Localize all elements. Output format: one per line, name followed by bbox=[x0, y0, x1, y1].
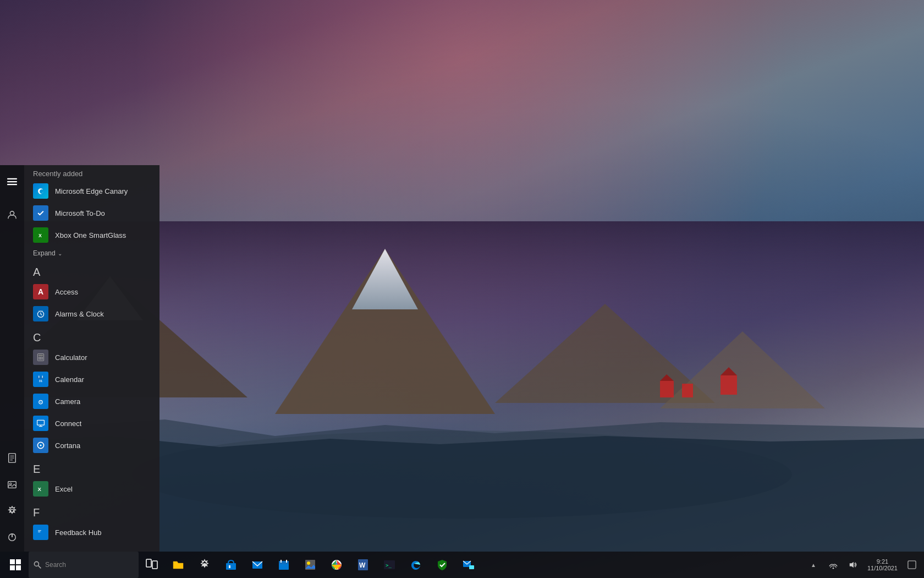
app-item-xbox[interactable]: X Xbox One SmartGlass bbox=[24, 224, 160, 246]
app-icon-access: A bbox=[33, 284, 48, 299]
svg-rect-80 bbox=[39, 398, 42, 399]
tray-notification[interactable] bbox=[902, 552, 922, 578]
app-item-calculator[interactable]: Calculator bbox=[24, 346, 160, 368]
alpha-header-a: A bbox=[24, 261, 160, 281]
app-name-feedback: Feedback Hub bbox=[55, 528, 102, 537]
svg-rect-10 bbox=[682, 384, 693, 397]
svg-rect-70 bbox=[38, 358, 40, 359]
taskbar-defender[interactable] bbox=[429, 552, 455, 578]
tray-clock[interactable]: 9:21 11/10/2021 bbox=[863, 552, 902, 578]
app-icon-alarms bbox=[33, 306, 48, 321]
taskbar: Search bbox=[0, 552, 924, 578]
app-list: Recently added Microsoft Edge Canary Mic… bbox=[24, 165, 160, 552]
svg-rect-25 bbox=[229, 565, 230, 568]
svg-rect-44 bbox=[908, 561, 916, 569]
svg-line-20 bbox=[38, 566, 41, 569]
svg-marker-12 bbox=[721, 367, 737, 375]
taskbar-edge[interactable] bbox=[403, 552, 429, 578]
svg-text:31: 31 bbox=[39, 379, 42, 383]
tray-network[interactable] bbox=[823, 552, 843, 578]
svg-rect-66 bbox=[38, 355, 43, 356]
app-icon-edge-canary bbox=[33, 183, 48, 199]
sidebar-user-icon[interactable] bbox=[0, 203, 24, 227]
taskbar-store[interactable] bbox=[218, 552, 244, 578]
svg-point-54 bbox=[10, 483, 12, 485]
app-icon-camera bbox=[33, 394, 48, 409]
svg-text:W: W bbox=[359, 561, 366, 569]
app-icon-excel: X bbox=[33, 481, 48, 497]
taskbar-word[interactable]: W bbox=[350, 552, 376, 578]
svg-marker-43 bbox=[850, 562, 854, 568]
expand-chevron-icon: ⌄ bbox=[58, 250, 62, 257]
svg-rect-45 bbox=[7, 178, 17, 179]
taskbar-chrome[interactable] bbox=[323, 552, 350, 578]
app-icon-calculator bbox=[33, 350, 48, 365]
app-item-feedback[interactable]: Feedback Hub bbox=[24, 521, 160, 543]
taskbar-search[interactable]: Search bbox=[29, 552, 139, 578]
svg-point-48 bbox=[10, 211, 14, 215]
recently-added-label: Recently added bbox=[24, 165, 160, 180]
sidebar-pictures-icon[interactable] bbox=[0, 472, 24, 497]
alpha-header-c: C bbox=[24, 327, 160, 346]
svg-point-88 bbox=[40, 444, 41, 446]
system-tray: ▲ 9:21 11/10/2021 bbox=[804, 552, 922, 578]
svg-rect-85 bbox=[38, 421, 43, 424]
sidebar-power-icon[interactable] bbox=[0, 525, 24, 549]
hamburger-menu-button[interactable] bbox=[0, 170, 24, 194]
app-item-todo[interactable]: Microsoft To-Do bbox=[24, 202, 160, 224]
app-name-calculator: Calculator bbox=[55, 353, 87, 362]
svg-rect-24 bbox=[226, 563, 236, 570]
search-placeholder: Search bbox=[45, 561, 66, 569]
taskbar-terminal[interactable]: >_ bbox=[376, 552, 403, 578]
svg-marker-6 bbox=[660, 331, 825, 408]
svg-text:>_: >_ bbox=[386, 563, 392, 568]
app-name-excel: Excel bbox=[55, 485, 73, 493]
taskbar-mail2[interactable] bbox=[455, 552, 482, 578]
app-icon-feedback bbox=[33, 525, 48, 540]
app-item-access[interactable]: A Access bbox=[24, 281, 160, 303]
taskbar-calendar[interactable] bbox=[271, 552, 297, 578]
taskbar-settings[interactable] bbox=[191, 552, 218, 578]
taskbar-mail[interactable] bbox=[244, 552, 271, 578]
app-icon-connect bbox=[33, 416, 48, 431]
expand-button[interactable]: Expand ⌄ bbox=[24, 247, 160, 259]
svg-rect-8 bbox=[660, 381, 674, 397]
taskbar-photos[interactable] bbox=[297, 552, 323, 578]
taskbar-file-explorer[interactable] bbox=[165, 552, 191, 578]
app-name-access: Access bbox=[55, 288, 78, 296]
task-view-button[interactable] bbox=[139, 552, 165, 578]
svg-rect-72 bbox=[42, 358, 43, 359]
svg-marker-5 bbox=[495, 304, 715, 403]
app-name-xbox: Xbox One SmartGlass bbox=[55, 231, 126, 239]
svg-point-81 bbox=[40, 401, 41, 403]
app-name-cortana: Cortana bbox=[55, 441, 80, 450]
app-item-excel[interactable]: X Excel bbox=[24, 478, 160, 500]
app-icon-calendar: 31 bbox=[33, 372, 48, 387]
tray-show-hidden[interactable]: ▲ bbox=[804, 552, 823, 578]
app-name-edge-canary: Microsoft Edge Canary bbox=[55, 187, 128, 195]
app-item-edge-canary[interactable]: Microsoft Edge Canary bbox=[24, 180, 160, 202]
svg-rect-16 bbox=[16, 559, 21, 564]
start-button[interactable] bbox=[2, 552, 29, 578]
svg-text:X: X bbox=[38, 233, 42, 238]
app-item-cortana[interactable]: Cortana bbox=[24, 434, 160, 456]
svg-rect-21 bbox=[146, 559, 151, 567]
tray-volume[interactable] bbox=[843, 552, 863, 578]
svg-marker-9 bbox=[660, 374, 674, 381]
sidebar-settings-icon[interactable] bbox=[0, 499, 24, 523]
app-name-connect: Connect bbox=[55, 419, 81, 428]
app-item-calendar[interactable]: 31 Calendar bbox=[24, 368, 160, 390]
svg-marker-2 bbox=[352, 249, 418, 309]
tray-time: 9:21 bbox=[877, 558, 888, 565]
app-item-camera[interactable]: Camera bbox=[24, 390, 160, 412]
tray-date: 11/10/2021 bbox=[867, 565, 898, 571]
svg-point-32 bbox=[307, 561, 310, 565]
svg-rect-28 bbox=[279, 561, 289, 564]
svg-rect-47 bbox=[7, 184, 17, 185]
svg-rect-11 bbox=[721, 375, 737, 395]
app-item-alarms[interactable]: Alarms & Clock bbox=[24, 303, 160, 325]
sidebar-documents-icon[interactable] bbox=[0, 446, 24, 470]
svg-rect-68 bbox=[40, 357, 41, 358]
app-icon-cortana bbox=[33, 438, 48, 453]
app-item-connect[interactable]: Connect bbox=[24, 412, 160, 434]
